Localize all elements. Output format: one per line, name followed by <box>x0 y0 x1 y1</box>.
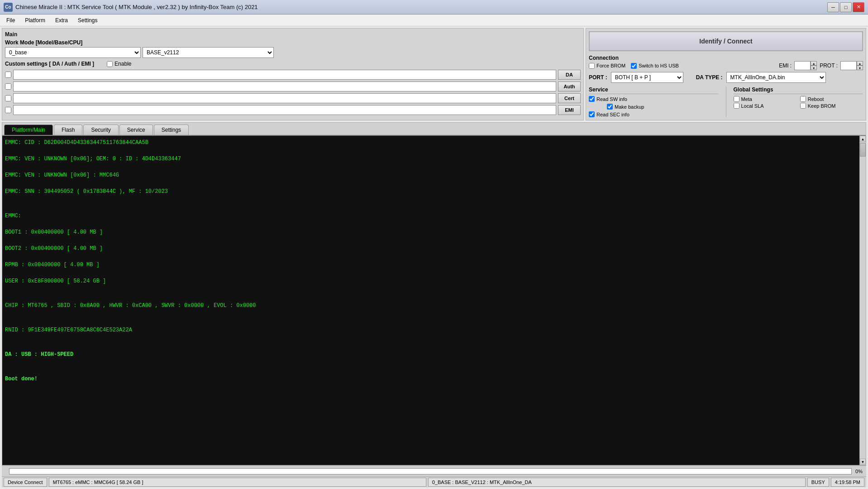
port-row: PORT : BOTH [ B + P ] DA TYPE : MTK_AllI… <box>589 72 863 83</box>
menu-platform[interactable]: Platform <box>20 16 50 25</box>
minimize-button[interactable]: ─ <box>827 2 839 12</box>
reboot-label: Reboot <box>808 96 824 102</box>
read-sec-checkbox[interactable] <box>589 111 595 117</box>
make-backup-check: Make backup <box>607 104 719 110</box>
emi-up-btn[interactable]: ▲ <box>811 61 817 66</box>
emi-button[interactable]: EMI <box>558 105 581 115</box>
tabs-bar: Platform/Main Flash Security Service Set… <box>2 123 866 136</box>
da-button[interactable]: DA <box>558 70 581 80</box>
log-line: USER : 0xE8F800000 [ 58.24 GB ] <box>5 277 857 285</box>
cert-file-input[interactable] <box>13 93 556 103</box>
custom-settings-label: Custom settings [ DA / Auth / EMI ] <box>5 61 94 67</box>
log-line: EMMC: CID : D62D004D4D43363447511763844C… <box>5 139 857 147</box>
scroll-up-btn[interactable]: ▲ <box>860 136 866 142</box>
service-box: Service Read SW info Make backup Read SE… <box>589 86 719 117</box>
tab-security[interactable]: Security <box>83 125 118 135</box>
connection-row1: Force BROM Switch to HS USB EMI : 0 ▲ ▼ <box>589 61 863 70</box>
tab-platform-main[interactable]: Platform/Main <box>4 125 53 135</box>
tab-flash[interactable]: Flash <box>54 125 82 135</box>
meta-checkbox[interactable] <box>734 96 739 102</box>
log-line: EMMC: SNN : 394495052 ( 0x1783844C ), MF… <box>5 187 857 196</box>
base-select[interactable]: BASE_v2112 <box>143 47 274 58</box>
log-line: Boot done! <box>5 375 857 383</box>
menu-extra[interactable]: Extra <box>51 16 72 25</box>
global-title: Global Settings <box>734 86 863 94</box>
meta-label: Meta <box>741 96 752 102</box>
prot-up-btn[interactable]: ▲ <box>857 61 863 66</box>
switch-hs-usb-check: Switch to HS USB <box>631 63 679 69</box>
enable-check: Enable <box>107 61 131 67</box>
local-sla-label: Local SLA <box>741 103 764 109</box>
tab-settings[interactable]: Settings <box>154 125 189 135</box>
da-type-select[interactable]: MTK_AllInOne_DA.bin <box>726 72 826 83</box>
identify-connect-button[interactable]: Identify / Connect <box>589 31 863 51</box>
work-mode-label: Work Mode [Model/Base/CPU] <box>5 39 581 46</box>
status-chip: MT6765 : eMMC : MMC64G [ 58.24 GB ] <box>49 478 426 487</box>
emi-file-row: EMI <box>5 105 581 115</box>
da-checkbox[interactable] <box>5 72 11 78</box>
vertical-divider <box>726 86 726 117</box>
emi-value-input[interactable]: 0 <box>794 61 811 70</box>
main-content: Main Work Mode [Model/Base/CPU] 0_base B… <box>0 26 868 489</box>
top-section: Main Work Mode [Model/Base/CPU] 0_base B… <box>2 28 866 120</box>
auth-button[interactable]: Auth <box>558 82 581 91</box>
right-panel: Identify / Connect Connection Force BROM… <box>586 28 866 120</box>
cert-button[interactable]: Cert <box>558 93 581 103</box>
read-sec-check: Read SEC info <box>589 111 719 117</box>
close-button[interactable]: ✕ <box>853 2 864 12</box>
prot-down-btn[interactable]: ▼ <box>857 66 863 70</box>
reboot-checkbox[interactable] <box>800 96 806 102</box>
service-title: Service <box>589 86 719 94</box>
emi-checkbox[interactable] <box>5 107 11 113</box>
title-bar: Co Chinese Miracle II : MTK Service Tool… <box>0 0 868 14</box>
log-line: RPMB : 0x00400000 [ 4.00 MB ] <box>5 261 857 269</box>
read-sw-label: Read SW info <box>596 96 627 102</box>
emi-label: EMI : <box>779 62 792 69</box>
log-scrollbar[interactable]: ▲ ▼ <box>859 136 866 465</box>
make-backup-checkbox[interactable] <box>607 104 613 110</box>
scroll-down-btn[interactable]: ▼ <box>860 459 866 465</box>
window-title: Chinese Miracle II : MTK Service Tool ( … <box>15 4 258 10</box>
title-bar-left: Co Chinese Miracle II : MTK Service Tool… <box>4 3 258 12</box>
make-backup-label: Make backup <box>615 104 644 110</box>
force-brom-check: Force BROM <box>589 63 625 69</box>
switch-hs-usb-label: Switch to HS USB <box>639 63 679 68</box>
enable-label: Enable <box>114 61 131 67</box>
custom-settings-header: Custom settings [ DA / Auth / EMI ] Enab… <box>5 61 581 67</box>
auth-file-input[interactable] <box>13 82 556 91</box>
log-line: EMMC: <box>5 212 857 220</box>
port-select[interactable]: BOTH [ B + P ] <box>611 72 683 83</box>
log-line: EMMC: VEN : UNKNOWN [0x06]; OEM: 0 : ID … <box>5 155 857 163</box>
tab-service[interactable]: Service <box>119 125 153 135</box>
log-area[interactable]: EMMC: CID : D62D004D4D43363447511763844C… <box>2 136 859 465</box>
prot-value-input[interactable]: 2 <box>840 61 857 70</box>
auth-checkbox[interactable] <box>5 83 11 90</box>
enable-checkbox[interactable] <box>107 61 113 67</box>
local-sla-checkbox[interactable] <box>734 103 739 109</box>
menu-file[interactable]: File <box>2 16 19 25</box>
force-brom-label: Force BROM <box>596 63 625 68</box>
log-with-scroll: EMMC: CID : D62D004D4D43363447511763844C… <box>2 136 866 465</box>
menu-settings[interactable]: Settings <box>73 16 102 25</box>
scroll-thumb[interactable] <box>860 143 866 157</box>
progress-bar-section: 0% <box>2 465 866 476</box>
force-brom-checkbox[interactable] <box>589 63 595 69</box>
maximize-button[interactable]: □ <box>840 2 852 12</box>
da-file-input[interactable] <box>13 70 556 80</box>
tabs-section: Platform/Main Flash Security Service Set… <box>2 122 866 465</box>
progress-label: 0% <box>855 469 863 474</box>
switch-hs-usb-checkbox[interactable] <box>631 63 637 69</box>
status-bar: Device Connect MT6765 : eMMC : MMC64G [ … <box>2 476 866 487</box>
port-label: PORT : <box>589 74 607 81</box>
meta-check: Meta <box>734 96 796 102</box>
da-type-label: DA TYPE : <box>696 74 723 81</box>
service-global-row: Service Read SW info Make backup Read SE… <box>589 86 863 117</box>
keep-brom-checkbox[interactable] <box>800 103 806 109</box>
emi-down-btn[interactable]: ▼ <box>811 66 817 70</box>
read-sw-checkbox[interactable] <box>589 96 595 102</box>
keep-brom-check: Keep BROM <box>800 103 863 109</box>
emi-file-input[interactable] <box>13 105 556 115</box>
cert-checkbox[interactable] <box>5 95 11 101</box>
log-line: CHIP : MT6765 , SBID : 0x8A00 , HWVR : 0… <box>5 302 857 310</box>
work-mode-select[interactable]: 0_base <box>5 47 141 58</box>
